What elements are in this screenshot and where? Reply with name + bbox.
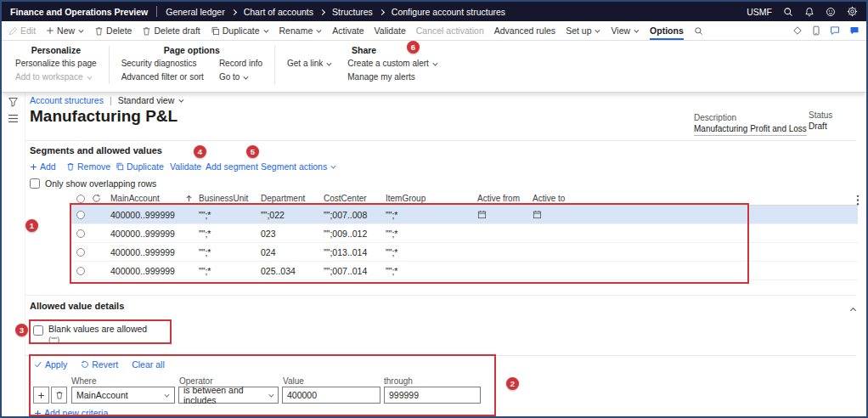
notifications-bell-icon[interactable] <box>804 7 814 17</box>
add-criteria-row-button[interactable] <box>33 387 49 404</box>
security-diagnostics-button[interactable]: Security diagnostics <box>121 59 204 68</box>
delete-criteria-row-button[interactable] <box>51 387 67 404</box>
advanced-rules-button[interactable]: Advanced rules <box>494 21 555 40</box>
through-header: through <box>384 376 413 386</box>
add-button[interactable]: Add <box>30 161 56 172</box>
chevron-down-icon <box>178 98 184 104</box>
breadcrumb-structures[interactable]: Structures <box>332 7 373 17</box>
active-from-calendar-icon[interactable] <box>476 210 531 219</box>
only-show-overlapping-rows-checkbox[interactable] <box>30 178 40 189</box>
activate-button[interactable]: Activate <box>332 21 364 40</box>
view-selector[interactable]: Standard view <box>118 95 185 105</box>
copy-icon <box>211 26 220 36</box>
active-to-calendar-icon[interactable] <box>531 210 596 219</box>
rename-button[interactable]: Rename <box>279 21 323 40</box>
column-options-icon[interactable] <box>856 195 860 206</box>
column-header-active-to[interactable]: Active to <box>531 194 596 203</box>
edit-button[interactable]: Edit <box>8 21 36 40</box>
operator-select[interactable]: is between and includes <box>178 387 279 404</box>
collapse-section-chevron-icon[interactable] <box>849 301 856 316</box>
where-select[interactable]: MainAccount <box>71 387 175 404</box>
validate-button[interactable]: Validate <box>375 21 406 40</box>
expand-menu-hamburger-icon[interactable] <box>8 114 19 123</box>
column-header-active-from[interactable]: Active from <box>476 194 531 203</box>
duplicate-row-button[interactable]: Duplicate <box>116 161 164 172</box>
plus-icon <box>34 410 42 417</box>
device-icon[interactable] <box>812 25 820 36</box>
validate-segments-button[interactable]: Validate <box>170 161 201 172</box>
search-icon[interactable] <box>783 7 793 17</box>
record-info-button[interactable]: Record info <box>219 59 262 68</box>
cell-costcenter: "";007..008 <box>322 210 384 220</box>
options-tab[interactable]: Options <box>650 21 684 40</box>
filter-funnel-icon[interactable] <box>8 97 19 107</box>
settings-gear-icon[interactable] <box>847 6 858 17</box>
set-up-button[interactable]: Set up <box>566 21 600 40</box>
chevron-down-icon <box>268 393 273 398</box>
column-header-mainaccount[interactable]: MainAccount <box>109 194 197 203</box>
delete-button[interactable]: Delete <box>94 21 132 40</box>
chevron-down-icon <box>243 74 249 80</box>
cancel-activation-button[interactable]: Cancel activation <box>416 21 484 40</box>
description-label: Description <box>694 113 736 122</box>
column-header-businessunit[interactable]: BusinessUnit <box>197 194 259 203</box>
select-all-radio[interactable] <box>76 195 85 203</box>
row-select-radio[interactable] <box>76 229 85 238</box>
duplicate-button[interactable]: Duplicate <box>211 21 269 40</box>
column-header-department[interactable]: Department <box>259 194 322 203</box>
cell-department: 023 <box>259 229 322 239</box>
cell-itemgroup: "";* <box>384 247 476 257</box>
blank-values-allowed-checkbox[interactable] <box>33 325 43 336</box>
diamond-icon[interactable] <box>792 25 803 36</box>
plus-icon <box>46 26 54 35</box>
add-segment-button[interactable]: Add segment <box>206 161 258 172</box>
clear-all-button[interactable]: Clear all <box>132 359 165 370</box>
add-new-criteria-link[interactable]: Add new criteria <box>34 408 108 418</box>
breadcrumb-chart-of-accounts[interactable]: Chart of accounts <box>244 7 313 17</box>
description-field[interactable]: Manufacturing Profit and Loss <box>694 124 807 136</box>
chat-outline-icon[interactable] <box>830 25 840 36</box>
company-picker[interactable]: USMF <box>747 7 772 17</box>
chevron-down-icon <box>634 28 640 34</box>
grid-row[interactable]: 400000..999999 "";* "";022 "";007..008 "… <box>71 206 858 224</box>
add-to-workspace-button[interactable]: Add to workspace <box>15 72 97 82</box>
app-title[interactable]: Finance and Operations Preview <box>10 7 148 17</box>
value-header: Value <box>283 376 304 386</box>
account-structures-link[interactable]: Account structures <box>30 95 104 105</box>
revert-button[interactable]: Revert <box>81 359 118 370</box>
row-select-radio[interactable] <box>76 211 85 219</box>
cell-itemgroup: "";* <box>384 229 476 239</box>
column-header-itemgroup[interactable]: ItemGroup <box>384 194 476 203</box>
breadcrumb-general-ledger[interactable]: General ledger <box>166 7 224 17</box>
remove-button[interactable]: Remove <box>66 161 110 172</box>
refresh-icon[interactable] <box>90 194 109 203</box>
personalize-this-page-button[interactable]: Personalize this page <box>15 59 97 68</box>
breadcrumb-configure-account-structures[interactable]: Configure account structures <box>392 7 505 17</box>
through-input[interactable] <box>384 387 481 404</box>
new-button[interactable]: New <box>46 21 84 40</box>
get-a-link-button[interactable]: Get a link <box>287 59 332 68</box>
go-to-button[interactable]: Go to <box>219 72 262 82</box>
action-search-icon[interactable] <box>694 26 703 36</box>
status-label: Status <box>809 110 832 120</box>
segment-actions-button[interactable]: Segment actions <box>261 161 336 172</box>
chat-filled-icon[interactable] <box>849 25 860 36</box>
grid-row[interactable]: 400000..999999 "";* 023 "";009..012 "";* <box>71 224 858 243</box>
manage-my-alerts-button[interactable]: Manage my alerts <box>347 72 438 82</box>
column-header-costcenter[interactable]: CostCenter <box>322 194 384 203</box>
apply-button[interactable]: Apply <box>34 359 67 370</box>
grid-row[interactable]: 400000..999999 "";* 025..034 "";007..014… <box>71 262 858 280</box>
advanced-filter-or-sort-button[interactable]: Advanced filter or sort <box>121 72 204 82</box>
delete-draft-button[interactable]: Delete draft <box>142 21 200 40</box>
criteria-toolbar: Apply Revert Clear all <box>34 359 165 370</box>
create-custom-alert-button[interactable]: Create a custom alert <box>347 59 438 68</box>
chevron-down-icon <box>316 28 322 34</box>
view-button[interactable]: View <box>611 21 640 40</box>
value-input[interactable] <box>282 387 380 404</box>
left-strip-divider <box>25 93 25 416</box>
row-select-radio[interactable] <box>76 248 85 257</box>
row-select-radio[interactable] <box>76 267 85 275</box>
chevron-down-icon <box>86 74 92 80</box>
feedback-smiley-icon[interactable] <box>826 7 836 17</box>
grid-row[interactable]: 400000..999999 "";* 024 "";013..014 "";* <box>71 243 858 262</box>
